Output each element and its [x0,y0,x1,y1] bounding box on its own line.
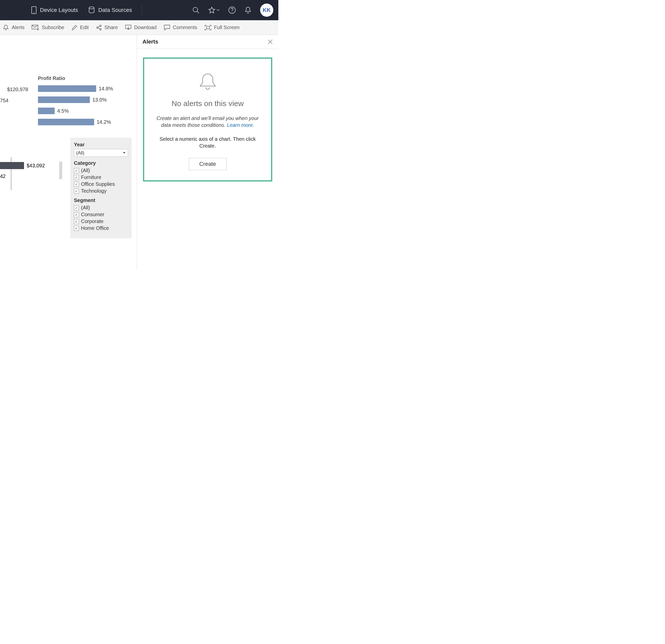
fullscreen-button[interactable]: Full Screen [205,24,240,30]
close-icon[interactable] [268,39,273,44]
option-label: Furniture [81,174,101,180]
bar[interactable] [0,162,24,169]
download-icon [125,24,132,31]
comments-label: Comments [173,24,197,30]
device-layouts-label: Device Layouts [40,7,78,14]
avatar-initials: KK [263,7,271,14]
checkbox-icon: ✓ [74,168,79,173]
svg-point-3 [193,7,197,12]
category-option[interactable]: ✓Office Supplies [74,181,128,187]
alerts-instruction: Select a numeric axis of a chart. Then c… [152,136,263,149]
data-sources-label: Data Sources [98,7,132,14]
chevron-down-icon [216,9,220,11]
chevron-down-icon [123,152,126,154]
svg-point-2 [89,7,94,9]
filter-card: Year (All) Category ✓(All) ✓Furniture ✓O… [70,138,132,238]
alerts-label: Alerts [12,24,24,30]
edit-button[interactable]: Edit [71,24,89,31]
category-option[interactable]: ✓Furniture [74,174,128,180]
comments-button[interactable]: Comments [164,24,197,31]
category-option[interactable]: ✓Technology [74,188,128,194]
chart-title: Profit Ratio [38,75,65,81]
bell-icon [2,24,9,31]
bar-row: 4.5% [0,107,137,115]
alerts-panel-title: Alerts [142,38,158,45]
year-select[interactable]: (All) [74,149,128,157]
checkbox-icon: ✓ [74,182,79,187]
alerts-panel: Alerts No alerts on this view Create an … [137,35,278,269]
checkbox-icon: ✓ [74,212,79,217]
dashboard-area: Profit Ratio $120,978 754 14.8% 13.0% 4.… [0,35,137,269]
filter-label-segment: Segment [74,198,128,203]
download-label: Download [134,24,157,30]
favorite-button[interactable] [208,6,220,14]
option-label: Corporate [81,219,103,224]
share-label: Share [104,24,118,30]
checkbox-icon: ✓ [74,219,79,224]
learn-more-link[interactable]: Learn more. [227,122,254,128]
alerts-empty-state: No alerts on this view Create an alert a… [143,57,272,182]
bar-label: 4.5% [57,108,69,114]
user-avatar[interactable]: KK [260,3,273,17]
filter-label-year: Year [74,142,128,148]
view-toolbar: Alerts Subscribe Edit Share Download Com… [0,20,278,35]
year-selected: (All) [76,150,84,156]
alerts-button[interactable]: Alerts [2,24,24,31]
download-button[interactable]: Download [125,24,157,31]
bar-row: 13.0% [0,95,137,104]
checkbox-icon: ✓ [74,226,79,231]
star-icon [208,6,215,14]
option-label: Consumer [81,211,104,218]
share-button[interactable]: Share [96,24,118,31]
checkbox-icon: ✓ [74,189,79,194]
bar-label: 42 [0,173,5,179]
bar-label: 14.2% [97,119,111,125]
subscribe-label: Subscribe [42,24,64,30]
option-label: Home Office [81,225,109,231]
bar[interactable] [38,119,94,125]
option-label: Technology [81,188,107,194]
svg-point-10 [97,27,98,29]
alerts-panel-header: Alerts [137,35,278,49]
svg-point-6 [232,12,232,13]
subscribe-button[interactable]: Subscribe [32,24,64,30]
database-icon [89,6,95,14]
category-option[interactable]: ✓(All) [74,168,128,173]
alerts-blurb: Create an alert and we'll email you when… [152,115,263,129]
option-label: (All) [81,205,90,210]
svg-line-13 [98,26,100,27]
device-icon [31,6,36,14]
svg-rect-16 [207,26,210,29]
segment-option[interactable]: ✓Home Office [74,225,128,231]
bar-label: 13.0% [92,97,107,103]
svg-point-12 [100,29,101,30]
svg-point-1 [34,13,34,13]
create-alert-button[interactable]: Create [189,158,226,170]
svg-point-11 [100,25,101,26]
segment-option[interactable]: ✓Consumer [74,211,128,218]
profit-ratio-bars[interactable]: 14.8% 13.0% 4.5% 14.2% [0,84,137,129]
segment-option[interactable]: ✓(All) [74,205,128,210]
data-sources-button[interactable]: Data Sources [89,6,132,14]
edit-label: Edit [80,24,89,30]
bar[interactable] [38,85,96,92]
comment-icon [164,24,170,31]
option-label: (All) [81,168,90,173]
checkbox-icon: ✓ [74,205,79,210]
help-icon[interactable] [228,6,236,14]
secondary-bars[interactable]: $43,092 42 [0,162,45,180]
bar-row: 14.2% [0,118,137,126]
bar-label: 14.8% [99,86,113,92]
envelope-plus-icon [32,25,39,30]
device-layouts-button[interactable]: Device Layouts [31,6,78,14]
no-alerts-heading: No alerts on this view [152,99,263,108]
fullscreen-label: Full Screen [214,24,240,30]
svg-line-4 [197,12,199,13]
scrollbar-thumb[interactable] [59,162,62,179]
notifications-icon[interactable] [244,6,251,14]
bar[interactable] [38,108,55,114]
bar[interactable] [38,96,90,103]
search-icon[interactable] [192,6,200,14]
bell-large-icon [152,71,263,94]
segment-option[interactable]: ✓Corporate [74,219,128,224]
